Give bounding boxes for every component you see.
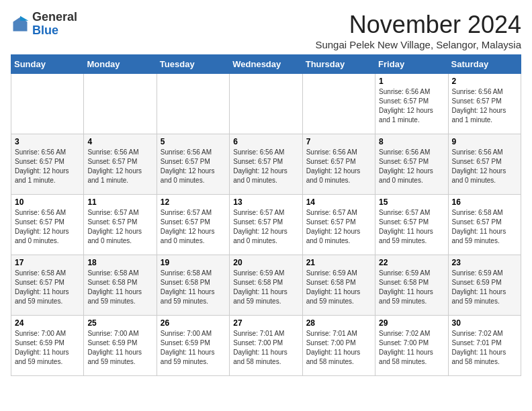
day-number: 9 [452, 137, 517, 146]
day-number: 16 [452, 197, 517, 207]
day-number: 24 [15, 318, 80, 328]
calendar-day-cell: 6Sunrise: 6:56 AM Sunset: 6:57 PM Daylig… [230, 134, 302, 195]
month-title: November 2024 [315, 11, 521, 39]
calendar-week-row: 3Sunrise: 6:56 AM Sunset: 6:57 PM Daylig… [11, 134, 521, 195]
calendar-day-cell [157, 74, 229, 134]
day-detail: Sunrise: 6:58 AM Sunset: 6:58 PM Dayligh… [161, 269, 226, 306]
calendar-day-cell: 30Sunrise: 7:02 AM Sunset: 7:01 PM Dayli… [448, 316, 521, 376]
title-block: November 2024 Sungai Pelek New Village, … [315, 11, 521, 50]
day-number: 5 [161, 137, 226, 146]
day-detail: Sunrise: 7:00 AM Sunset: 6:59 PM Dayligh… [87, 329, 152, 367]
calendar-day-cell: 9Sunrise: 6:56 AM Sunset: 6:57 PM Daylig… [448, 134, 521, 195]
day-number: 23 [452, 258, 517, 267]
calendar-day-cell: 19Sunrise: 6:58 AM Sunset: 6:58 PM Dayli… [157, 255, 229, 316]
day-detail: Sunrise: 6:58 AM Sunset: 6:58 PM Dayligh… [87, 269, 152, 306]
day-number: 25 [87, 318, 152, 328]
calendar-day-cell: 7Sunrise: 6:56 AM Sunset: 6:57 PM Daylig… [302, 134, 375, 195]
day-detail: Sunrise: 7:00 AM Sunset: 6:59 PM Dayligh… [161, 329, 226, 367]
day-detail: Sunrise: 7:00 AM Sunset: 6:59 PM Dayligh… [15, 329, 80, 367]
day-detail: Sunrise: 6:59 AM Sunset: 6:59 PM Dayligh… [452, 269, 517, 306]
calendar-day-cell: 12Sunrise: 6:57 AM Sunset: 6:57 PM Dayli… [157, 195, 229, 255]
day-detail: Sunrise: 7:01 AM Sunset: 7:00 PM Dayligh… [233, 329, 298, 367]
day-number: 21 [306, 258, 371, 267]
day-detail: Sunrise: 6:56 AM Sunset: 6:57 PM Dayligh… [379, 148, 444, 185]
day-detail: Sunrise: 6:57 AM Sunset: 6:57 PM Dayligh… [379, 208, 444, 246]
calendar-day-cell: 13Sunrise: 6:57 AM Sunset: 6:57 PM Dayli… [230, 195, 302, 255]
calendar-day-cell: 5Sunrise: 6:56 AM Sunset: 6:57 PM Daylig… [157, 134, 229, 195]
calendar-day-cell: 29Sunrise: 7:02 AM Sunset: 7:00 PM Dayli… [375, 316, 448, 376]
calendar-day-cell: 10Sunrise: 6:56 AM Sunset: 6:57 PM Dayli… [11, 195, 84, 255]
day-detail: Sunrise: 7:01 AM Sunset: 7:00 PM Dayligh… [306, 329, 371, 367]
day-detail: Sunrise: 6:57 AM Sunset: 6:57 PM Dayligh… [87, 208, 152, 246]
calendar-day-cell: 11Sunrise: 6:57 AM Sunset: 6:57 PM Dayli… [84, 195, 157, 255]
weekday-header: Wednesday [230, 55, 302, 74]
calendar-day-cell: 4Sunrise: 6:56 AM Sunset: 6:57 PM Daylig… [84, 134, 157, 195]
calendar-day-cell: 3Sunrise: 6:56 AM Sunset: 6:57 PM Daylig… [11, 134, 84, 195]
day-number: 1 [379, 77, 444, 86]
calendar-day-cell: 28Sunrise: 7:01 AM Sunset: 7:00 PM Dayli… [302, 316, 375, 376]
day-detail: Sunrise: 6:59 AM Sunset: 6:58 PM Dayligh… [233, 269, 298, 306]
calendar-day-cell [302, 74, 375, 134]
calendar-day-cell: 1Sunrise: 6:56 AM Sunset: 6:57 PM Daylig… [375, 74, 448, 134]
calendar-week-row: 1Sunrise: 6:56 AM Sunset: 6:57 PM Daylig… [11, 74, 521, 134]
day-detail: Sunrise: 6:58 AM Sunset: 6:57 PM Dayligh… [452, 208, 517, 246]
day-number: 29 [379, 318, 444, 328]
calendar-day-cell: 14Sunrise: 6:57 AM Sunset: 6:57 PM Dayli… [302, 195, 375, 255]
day-detail: Sunrise: 6:56 AM Sunset: 6:57 PM Dayligh… [306, 148, 371, 185]
location: Sungai Pelek New Village, Selangor, Mala… [315, 39, 521, 50]
day-detail: Sunrise: 6:59 AM Sunset: 6:58 PM Dayligh… [379, 269, 444, 306]
logo-icon [11, 15, 30, 34]
weekday-header: Friday [375, 55, 448, 74]
day-number: 11 [87, 197, 152, 207]
day-number: 7 [306, 137, 371, 146]
day-number: 30 [452, 318, 517, 328]
calendar-day-cell: 15Sunrise: 6:57 AM Sunset: 6:57 PM Dayli… [375, 195, 448, 255]
calendar-week-row: 24Sunrise: 7:00 AM Sunset: 6:59 PM Dayli… [11, 316, 521, 376]
day-number: 2 [452, 77, 517, 86]
day-detail: Sunrise: 6:56 AM Sunset: 6:57 PM Dayligh… [452, 87, 517, 125]
day-detail: Sunrise: 6:56 AM Sunset: 6:57 PM Dayligh… [452, 148, 517, 185]
day-detail: Sunrise: 6:58 AM Sunset: 6:57 PM Dayligh… [15, 269, 80, 306]
calendar-day-cell: 24Sunrise: 7:00 AM Sunset: 6:59 PM Dayli… [11, 316, 84, 376]
logo-text: General Blue [32, 11, 77, 38]
day-number: 27 [233, 318, 298, 328]
day-number: 20 [233, 258, 298, 267]
day-number: 26 [161, 318, 226, 328]
day-detail: Sunrise: 7:02 AM Sunset: 7:01 PM Dayligh… [452, 329, 517, 367]
day-number: 15 [379, 197, 444, 207]
calendar-header-row: SundayMondayTuesdayWednesdayThursdayFrid… [11, 55, 521, 74]
day-detail: Sunrise: 7:02 AM Sunset: 7:00 PM Dayligh… [379, 329, 444, 367]
day-number: 12 [161, 197, 226, 207]
page-header: General Blue November 2024 Sungai Pelek … [11, 11, 521, 50]
calendar-day-cell: 16Sunrise: 6:58 AM Sunset: 6:57 PM Dayli… [448, 195, 521, 255]
day-number: 22 [379, 258, 444, 267]
calendar-day-cell [84, 74, 157, 134]
calendar-week-row: 17Sunrise: 6:58 AM Sunset: 6:57 PM Dayli… [11, 255, 521, 316]
day-detail: Sunrise: 6:56 AM Sunset: 6:57 PM Dayligh… [379, 87, 444, 125]
day-number: 13 [233, 197, 298, 207]
calendar-day-cell: 27Sunrise: 7:01 AM Sunset: 7:00 PM Dayli… [230, 316, 302, 376]
day-number: 8 [379, 137, 444, 146]
day-number: 18 [87, 258, 152, 267]
calendar-table: SundayMondayTuesdayWednesdayThursdayFrid… [11, 54, 521, 376]
day-detail: Sunrise: 6:56 AM Sunset: 6:57 PM Dayligh… [15, 148, 80, 185]
day-detail: Sunrise: 6:59 AM Sunset: 6:58 PM Dayligh… [306, 269, 371, 306]
calendar-day-cell [11, 74, 84, 134]
day-number: 19 [161, 258, 226, 267]
day-number: 14 [306, 197, 371, 207]
day-detail: Sunrise: 6:57 AM Sunset: 6:57 PM Dayligh… [306, 208, 371, 246]
day-number: 6 [233, 137, 298, 146]
day-number: 10 [15, 197, 80, 207]
weekday-header: Sunday [11, 55, 84, 74]
calendar-day-cell: 18Sunrise: 6:58 AM Sunset: 6:58 PM Dayli… [84, 255, 157, 316]
weekday-header: Monday [84, 55, 157, 74]
day-detail: Sunrise: 6:57 AM Sunset: 6:57 PM Dayligh… [161, 208, 226, 246]
calendar-day-cell [230, 74, 302, 134]
day-detail: Sunrise: 6:56 AM Sunset: 6:57 PM Dayligh… [233, 148, 298, 185]
weekday-header: Thursday [302, 55, 375, 74]
calendar-day-cell: 26Sunrise: 7:00 AM Sunset: 6:59 PM Dayli… [157, 316, 229, 376]
calendar-day-cell: 25Sunrise: 7:00 AM Sunset: 6:59 PM Dayli… [84, 316, 157, 376]
weekday-header: Tuesday [157, 55, 229, 74]
day-detail: Sunrise: 6:56 AM Sunset: 6:57 PM Dayligh… [15, 208, 80, 246]
day-number: 4 [87, 137, 152, 146]
